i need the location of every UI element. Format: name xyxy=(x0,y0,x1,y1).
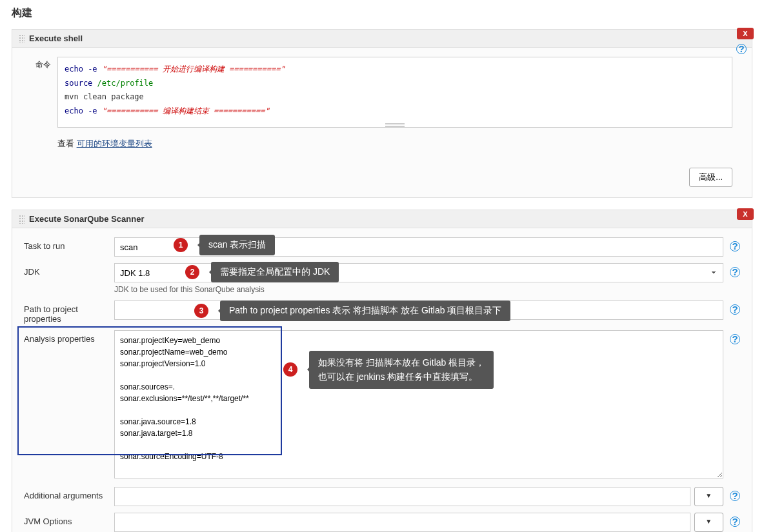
callout-badge: 1 xyxy=(174,238,188,252)
help-icon[interactable]: ? xyxy=(736,44,747,54)
callout-2: 2 需要指定全局配置中的 JDK xyxy=(185,262,339,282)
callout-text: 如果没有将 扫描脚本放在 Gitlab 根目录，也可以在 jenkins 构建任… xyxy=(309,351,494,389)
help-icon[interactable]: ? xyxy=(730,304,740,315)
drag-handle-icon[interactable] xyxy=(19,215,25,224)
delete-sonar-button[interactable]: X xyxy=(737,208,754,220)
help-icon[interactable]: ? xyxy=(730,517,740,527)
sonarqube-section: X Execute SonarQube Scanner Task to run … xyxy=(12,210,752,532)
analysis-label: Analysis properties xyxy=(24,330,114,344)
drag-handle-icon[interactable] xyxy=(19,34,25,43)
delete-shell-button[interactable]: X xyxy=(737,28,754,39)
jvm-input[interactable] xyxy=(114,513,690,532)
section-header[interactable]: Execute SonarQube Scanner xyxy=(12,210,752,228)
additional-dropdown-button[interactable] xyxy=(694,487,723,506)
callout-text: Path to project properties 表示 将扫描脚本 放在 G… xyxy=(220,300,510,321)
jvm-label: JVM Options xyxy=(24,513,114,526)
path-label: Path to project properties xyxy=(24,300,114,324)
shell-section-title: Execute shell xyxy=(29,34,83,43)
additional-input[interactable] xyxy=(114,487,690,506)
callout-3: 3 Path to project properties 表示 将扫描脚本 放在… xyxy=(194,300,510,321)
callout-1: 1 scan 表示扫描 xyxy=(174,235,275,255)
callout-badge: 4 xyxy=(283,362,297,377)
callout-badge: 3 xyxy=(194,304,208,318)
advanced-button[interactable]: 高级... xyxy=(689,168,732,187)
help-icon[interactable]: ? xyxy=(730,491,740,501)
env-vars-link[interactable]: 可用的环境变量列表 xyxy=(77,139,152,148)
help-icon[interactable]: ? xyxy=(730,267,740,277)
section-header[interactable]: Execute shell xyxy=(12,30,752,48)
task-label: Task to run xyxy=(24,237,114,251)
sonar-section-title: Execute SonarQube Scanner xyxy=(29,214,144,224)
shell-command-editor[interactable]: echo -e "=========== 开始进行编译构建 ==========… xyxy=(57,57,732,128)
help-icon[interactable]: ? xyxy=(730,241,740,251)
additional-label: Additional arguments xyxy=(24,487,114,500)
jvm-dropdown-button[interactable] xyxy=(694,513,723,532)
help-icon[interactable]: ? xyxy=(730,334,740,344)
callout-badge: 2 xyxy=(185,265,199,279)
jdk-label: JDK xyxy=(24,263,114,277)
jdk-hint: JDK to be used for this SonarQube analys… xyxy=(114,285,723,294)
env-vars-hint: 查看 可用的环境变量列表 xyxy=(57,138,732,150)
page-title: 构建 xyxy=(0,0,764,29)
execute-shell-section: X ? Execute shell 命令 echo -e "==========… xyxy=(12,29,752,198)
resize-handle-icon[interactable] xyxy=(385,123,405,127)
callout-4: 4 如果没有将 扫描脚本放在 Gitlab 根目录，也可以在 jenkins 构… xyxy=(283,351,494,389)
callout-text: scan 表示扫描 xyxy=(199,235,275,255)
command-label: 命令 xyxy=(32,57,57,70)
callout-text: 需要指定全局配置中的 JDK xyxy=(211,262,339,282)
